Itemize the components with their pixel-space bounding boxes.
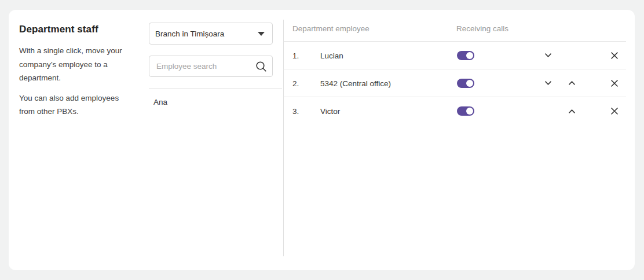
caret-down-icon	[258, 32, 265, 36]
remove-employee-button[interactable]	[604, 101, 625, 121]
column-header-receiving-calls: Receiving calls	[456, 24, 508, 33]
row-name: Lucian	[320, 51, 343, 60]
staff-table-header: Department employee Receiving calls	[283, 10, 626, 42]
row-name: Victor	[320, 107, 340, 116]
table-row: 2. 5342 (Central office)	[283, 69, 626, 97]
employee-search-input[interactable]	[155, 61, 255, 71]
remove-employee-button[interactable]	[604, 45, 625, 66]
left-panel: Department staff With a single click, mo…	[19, 24, 137, 125]
row-index: 2.	[292, 79, 299, 87]
staff-table-rows: 1. Lucian	[283, 42, 626, 125]
toggle-knob	[466, 80, 473, 87]
chevron-up-icon	[567, 78, 577, 88]
picker-divider	[149, 88, 282, 89]
move-up-button[interactable]	[561, 73, 582, 94]
chevron-down-icon	[543, 78, 553, 88]
toggle-knob	[466, 52, 473, 59]
page-title: Department staff	[19, 24, 137, 35]
available-employee-list: Ana	[149, 93, 273, 112]
department-staff-card: Department staff With a single click, mo…	[9, 10, 635, 270]
close-icon	[610, 51, 619, 60]
chevron-down-icon	[543, 50, 553, 60]
row-index: 3.	[292, 107, 299, 116]
table-row: 3. Victor	[283, 97, 626, 125]
employee-search	[149, 56, 273, 77]
move-up-button[interactable]	[561, 101, 582, 121]
receiving-calls-toggle[interactable]	[457, 79, 474, 88]
move-down-button[interactable]	[537, 45, 558, 66]
row-index: 1.	[292, 51, 299, 60]
chevron-up-icon	[567, 106, 577, 116]
move-down-button[interactable]	[537, 73, 558, 94]
description-paragraph-1: With a single click, move your company’s…	[19, 44, 134, 85]
close-icon	[610, 79, 619, 88]
table-row: 1. Lucian	[283, 42, 626, 69]
column-header-department-employee: Department employee	[292, 24, 369, 33]
branch-dropdown-value: Branch in Timișoara	[155, 30, 224, 38]
employee-picker: Branch in Timișoara	[149, 23, 273, 77]
receiving-calls-toggle[interactable]	[457, 106, 474, 116]
close-icon	[610, 106, 619, 116]
staff-table: Department employee Receiving calls 1. L…	[283, 10, 626, 125]
available-employee-item[interactable]: Ana	[149, 93, 273, 112]
remove-employee-button[interactable]	[604, 73, 625, 94]
search-icon	[255, 60, 268, 73]
row-name: 5342 (Central office)	[320, 79, 391, 87]
toggle-knob	[466, 108, 473, 115]
branch-dropdown[interactable]: Branch in Timișoara	[149, 23, 273, 45]
receiving-calls-toggle[interactable]	[457, 51, 474, 60]
available-employee-name: Ana	[153, 98, 167, 106]
description-paragraph-2: You can also add employees from other PB…	[19, 91, 134, 119]
